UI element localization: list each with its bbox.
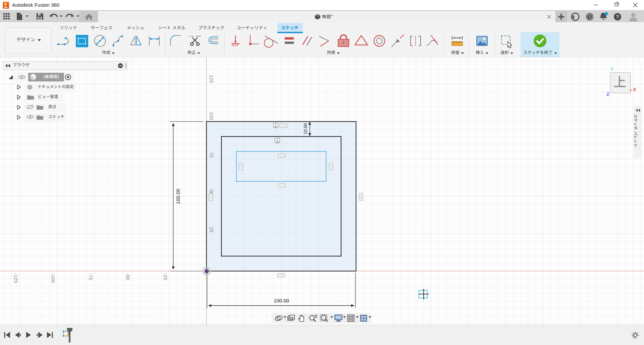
- svg-text:?: ?: [616, 14, 619, 19]
- svg-text:F: F: [5, 2, 7, 6]
